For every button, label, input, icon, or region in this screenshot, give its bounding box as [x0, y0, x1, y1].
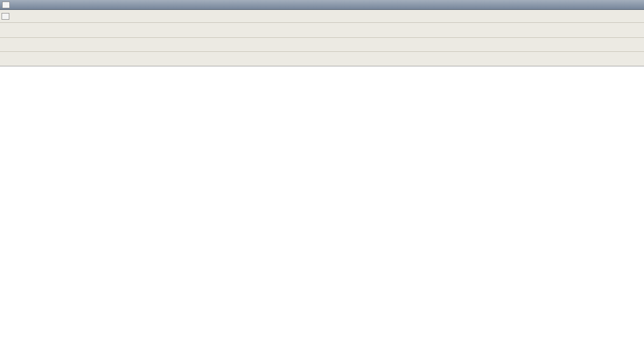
app-logo-icon	[2, 2, 10, 8]
chart-area[interactable]	[0, 66, 644, 350]
toolbar-main	[0, 23, 644, 38]
window-titlebar[interactable]	[0, 0, 644, 10]
menu-logo-icon	[2, 13, 9, 20]
menu-bar	[0, 10, 644, 23]
price-chart-svg[interactable]	[0, 66, 644, 350]
toolbar-navigation	[0, 38, 644, 52]
toolbar-drawing	[0, 52, 644, 66]
